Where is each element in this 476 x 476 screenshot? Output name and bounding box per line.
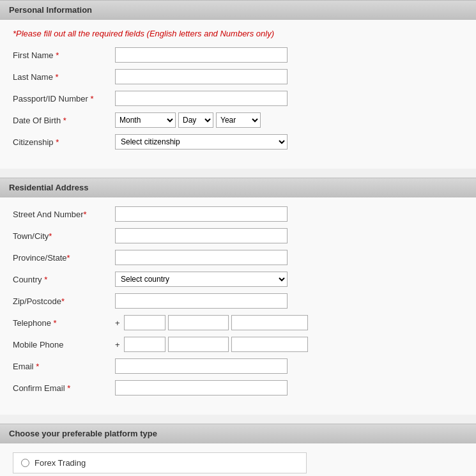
confirm-email-input[interactable] (115, 380, 288, 395)
zip-label: Zip/Postcode* (13, 296, 115, 306)
citizenship-label: Citizenship * (13, 137, 115, 147)
mobile-plus: + (115, 340, 120, 349)
first-name-input[interactable] (115, 47, 288, 63)
mobile-number[interactable] (231, 337, 308, 352)
email-label: Email * (13, 362, 115, 371)
last-name-input[interactable] (115, 69, 288, 84)
mobile-row: Mobile Phone + (13, 337, 463, 352)
zip-input[interactable] (115, 293, 288, 309)
first-name-row: First Name * (13, 47, 463, 63)
telephone-label: Telephone * (13, 318, 115, 328)
dob-label: Date Of Birth * (13, 116, 115, 125)
platform-section: Choose your preferable platform type For… (0, 424, 476, 476)
country-row: Country * Select country United States U… (13, 272, 463, 287)
mobile-area-code[interactable] (168, 337, 229, 352)
platform-radio-forex[interactable] (21, 459, 29, 467)
town-row: Town/City* (13, 228, 463, 243)
residential-address-section: Residential Address Street And Number* T… (0, 178, 476, 415)
personal-information-section: Personal Information *Please fill out al… (0, 0, 476, 169)
platform-option-forex[interactable]: Forex Trading (13, 452, 307, 473)
mobile-label: Mobile Phone (13, 340, 115, 349)
email-row: Email * (13, 358, 463, 374)
last-name-row: Last Name * (13, 69, 463, 84)
dob-month-select[interactable]: Month JanuaryFebruaryMarch AprilMayJune … (115, 112, 176, 128)
first-name-label: First Name * (13, 50, 115, 60)
province-input[interactable] (115, 250, 288, 265)
street-row: Street And Number* (13, 206, 463, 222)
platform-body: Forex Trading Equities/CFD Trading (0, 443, 476, 476)
confirm-email-row: Confirm Email * (13, 380, 463, 395)
telephone-number[interactable] (231, 315, 308, 330)
personal-info-header: Personal Information (0, 0, 476, 20)
passport-row: Passport/ID Number * (13, 91, 463, 106)
confirm-email-label: Confirm Email * (13, 383, 115, 393)
telephone-area-code[interactable] (168, 315, 229, 330)
passport-input[interactable] (115, 91, 288, 106)
section-gap-2 (0, 415, 476, 424)
country-select[interactable]: Select country United States United King… (115, 272, 288, 287)
platform-header: Choose your preferable platform type (0, 424, 476, 443)
platform-label-forex: Forex Trading (35, 458, 86, 468)
province-label: Province/State* (13, 253, 115, 263)
dob-year-select[interactable]: Year 200019991998 199019851980 (216, 112, 261, 128)
mobile-country-code[interactable] (124, 337, 165, 352)
telephone-country-code[interactable] (124, 315, 165, 330)
section-gap-1 (0, 169, 476, 178)
email-input[interactable] (115, 358, 288, 374)
province-row: Province/State* (13, 250, 463, 265)
town-label: Town/City* (13, 231, 115, 241)
telephone-row: Telephone * + (13, 315, 463, 330)
street-input[interactable] (115, 206, 288, 222)
dob-day-select[interactable]: Day 1234 5678 910 (178, 112, 213, 128)
required-notice: *Please fill out all the required fields… (13, 29, 463, 38)
zip-row: Zip/Postcode* (13, 293, 463, 309)
telephone-inputs: + (115, 315, 308, 330)
town-input[interactable] (115, 228, 288, 243)
dob-row: Date Of Birth * Month JanuaryFebruaryMar… (13, 112, 463, 128)
dob-inputs: Month JanuaryFebruaryMarch AprilMayJune … (115, 112, 263, 128)
last-name-label: Last Name * (13, 72, 115, 82)
telephone-plus: + (115, 318, 120, 328)
residential-header: Residential Address (0, 178, 476, 197)
citizenship-select[interactable]: Select citizenship United States United … (115, 134, 288, 150)
country-label: Country * (13, 275, 115, 284)
passport-label: Passport/ID Number * (13, 94, 115, 104)
citizenship-row: Citizenship * Select citizenship United … (13, 134, 463, 150)
mobile-inputs: + (115, 337, 308, 352)
street-label: Street And Number* (13, 210, 115, 219)
